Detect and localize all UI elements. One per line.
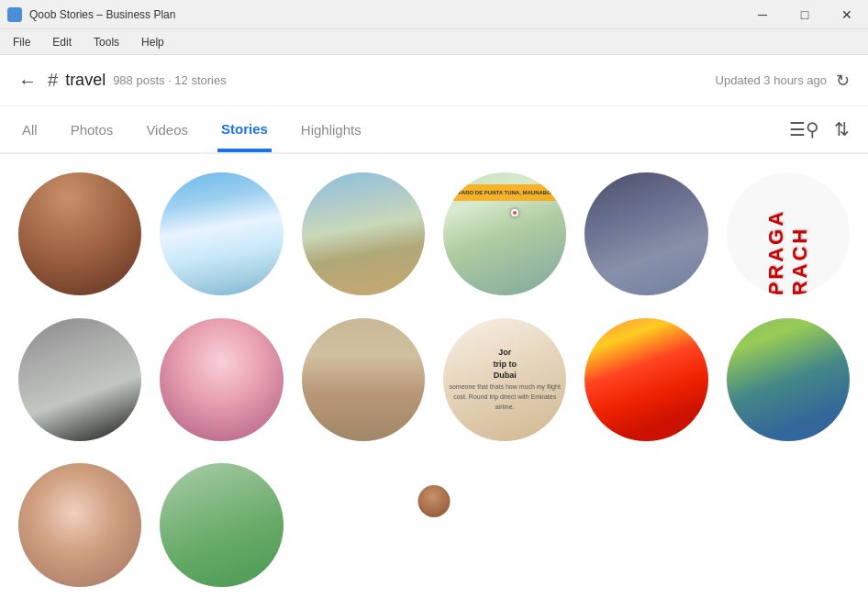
story-item[interactable]: Jortrip toDubai someone that thats how m… <box>443 318 566 441</box>
menu-tools[interactable]: Tools <box>84 33 128 51</box>
tab-videos[interactable]: Videos <box>142 106 192 152</box>
story-item[interactable]: FARO DE PUNTA TUNA, MAUNABO <box>443 172 566 295</box>
story-item[interactable] <box>18 463 141 586</box>
top-nav-left: ← # travel 988 posts · 12 stories <box>18 70 227 91</box>
window-title: Qoob Stories – Business Plan <box>29 8 175 21</box>
story-item[interactable] <box>584 318 707 441</box>
story-item[interactable] <box>18 318 141 441</box>
menu-file[interactable]: File <box>4 33 39 51</box>
tag-meta: 988 posts · 12 stories <box>113 73 227 87</box>
minimize-button[interactable]: ─ <box>741 0 784 29</box>
tabs-bar: All Photos Videos Stories Highlights ☰⚲ … <box>0 106 868 154</box>
menu-help[interactable]: Help <box>132 33 173 51</box>
maximize-button[interactable]: □ <box>784 0 826 29</box>
story-item[interactable] <box>160 463 283 586</box>
close-button[interactable]: ✕ <box>826 0 868 29</box>
back-button[interactable]: ← <box>18 72 37 90</box>
app-icon <box>7 7 22 22</box>
tag-name: travel <box>65 71 106 90</box>
tabs-right: ☰⚲ ⇅ <box>789 118 850 140</box>
hashtag-section: # travel 988 posts · 12 stories <box>48 70 227 91</box>
story-item[interactable] <box>727 318 850 441</box>
story-item[interactable] <box>584 172 707 295</box>
story-item[interactable] <box>160 172 283 295</box>
story-item[interactable] <box>18 172 141 295</box>
story-item[interactable] <box>302 172 425 295</box>
story-item[interactable] <box>160 318 283 441</box>
title-bar-left: Qoob Stories – Business Plan <box>7 7 175 22</box>
tab-stories[interactable]: Stories <box>217 106 272 152</box>
title-bar: Qoob Stories – Business Plan ─ □ ✕ <box>0 0 868 29</box>
tabs-left: All Photos Videos Stories Highlights <box>18 106 365 152</box>
stories-grid: FARO DE PUNTA TUNA, MAUNABO PRAGA RACH J… <box>0 154 868 609</box>
hashtag-icon: # <box>48 70 58 91</box>
tab-highlights[interactable]: Highlights <box>297 106 365 152</box>
sort-icon-button[interactable]: ⇅ <box>834 118 850 140</box>
menu-bar: File Edit Tools Help <box>0 29 868 55</box>
top-nav: ← # travel 988 posts · 12 stories Update… <box>0 55 868 106</box>
tab-all[interactable]: All <box>18 106 41 152</box>
filter-icon-button[interactable]: ☰⚲ <box>789 118 819 140</box>
story-item[interactable] <box>302 318 425 441</box>
window-controls: ─ □ ✕ <box>741 0 868 29</box>
menu-edit[interactable]: Edit <box>43 33 81 51</box>
refresh-button[interactable]: ↻ <box>836 71 850 91</box>
top-nav-right: Updated 3 hours ago ↻ <box>716 71 850 91</box>
updated-text: Updated 3 hours ago <box>716 73 827 87</box>
story-item[interactable]: PRAGA RACH <box>727 172 850 295</box>
tab-photos[interactable]: Photos <box>67 106 117 152</box>
